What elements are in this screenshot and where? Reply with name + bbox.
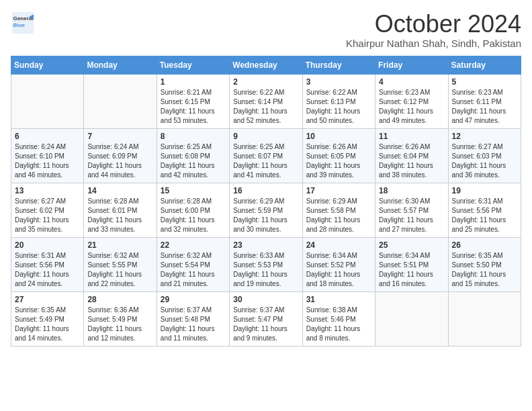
day-number: 30 xyxy=(233,295,298,304)
day-info: Sunrise: 6:25 AM Sunset: 6:07 PM Dayligh… xyxy=(233,142,298,180)
day-number: 4 xyxy=(379,77,444,87)
day-info: Sunrise: 6:36 AM Sunset: 5:49 PM Dayligh… xyxy=(87,306,152,343)
calendar-week-row: 27Sunrise: 6:35 AM Sunset: 5:49 PM Dayli… xyxy=(11,291,521,346)
weekday-header: Friday xyxy=(375,56,448,74)
weekday-row: SundayMondayTuesdayWednesdayThursdayFrid… xyxy=(11,56,521,74)
day-number: 28 xyxy=(87,295,152,304)
calendar-cell: 9Sunrise: 6:25 AM Sunset: 6:07 PM Daylig… xyxy=(230,128,302,183)
day-info: Sunrise: 6:26 AM Sunset: 6:05 PM Dayligh… xyxy=(306,142,371,180)
calendar-cell: 15Sunrise: 6:28 AM Sunset: 6:00 PM Dayli… xyxy=(157,183,229,237)
calendar-cell: 19Sunrise: 6:31 AM Sunset: 5:56 PM Dayli… xyxy=(448,183,521,237)
calendar-cell: 3Sunrise: 6:22 AM Sunset: 6:13 PM Daylig… xyxy=(302,74,375,128)
day-number: 11 xyxy=(379,132,444,141)
calendar-cell: 25Sunrise: 6:34 AM Sunset: 5:51 PM Dayli… xyxy=(375,237,448,291)
day-number: 10 xyxy=(306,132,371,141)
day-info: Sunrise: 6:21 AM Sunset: 6:15 PM Dayligh… xyxy=(161,88,226,126)
day-number: 14 xyxy=(87,186,152,195)
day-number: 23 xyxy=(233,240,298,250)
day-number: 29 xyxy=(161,295,226,304)
weekday-header: Thursday xyxy=(302,56,375,74)
day-number: 5 xyxy=(452,77,517,87)
calendar-cell: 7Sunrise: 6:24 AM Sunset: 6:09 PM Daylig… xyxy=(84,128,157,183)
day-number: 2 xyxy=(233,77,298,87)
day-number: 19 xyxy=(452,186,517,195)
calendar-week-row: 13Sunrise: 6:27 AM Sunset: 6:02 PM Dayli… xyxy=(11,183,521,237)
day-info: Sunrise: 6:27 AM Sunset: 6:02 PM Dayligh… xyxy=(15,197,80,234)
day-number: 6 xyxy=(15,132,80,141)
calendar-cell: 31Sunrise: 6:38 AM Sunset: 5:46 PM Dayli… xyxy=(302,291,375,346)
calendar-cell: 29Sunrise: 6:37 AM Sunset: 5:48 PM Dayli… xyxy=(157,291,229,346)
day-number: 3 xyxy=(306,77,371,87)
day-info: Sunrise: 6:26 AM Sunset: 6:04 PM Dayligh… xyxy=(379,142,444,180)
calendar-cell: 1Sunrise: 6:21 AM Sunset: 6:15 PM Daylig… xyxy=(157,74,229,128)
calendar-cell: 13Sunrise: 6:27 AM Sunset: 6:02 PM Dayli… xyxy=(11,183,84,237)
page-header: General Blue October 2024 Khairpur Natha… xyxy=(11,11,521,49)
day-info: Sunrise: 6:28 AM Sunset: 6:00 PM Dayligh… xyxy=(161,197,226,234)
weekday-header: Tuesday xyxy=(157,56,229,74)
calendar-cell: 14Sunrise: 6:28 AM Sunset: 6:01 PM Dayli… xyxy=(84,183,157,237)
calendar-cell: 10Sunrise: 6:26 AM Sunset: 6:05 PM Dayli… xyxy=(302,128,375,183)
day-info: Sunrise: 6:32 AM Sunset: 5:54 PM Dayligh… xyxy=(161,251,226,289)
calendar-body: 1Sunrise: 6:21 AM Sunset: 6:15 PM Daylig… xyxy=(11,74,521,346)
day-number: 26 xyxy=(452,240,517,250)
calendar-cell: 11Sunrise: 6:26 AM Sunset: 6:04 PM Dayli… xyxy=(375,128,448,183)
calendar-week-row: 20Sunrise: 6:31 AM Sunset: 5:56 PM Dayli… xyxy=(11,237,521,291)
weekday-header: Monday xyxy=(84,56,157,74)
title-block: October 2024 Khairpur Nathan Shah, Sindh… xyxy=(346,11,521,49)
calendar-week-row: 1Sunrise: 6:21 AM Sunset: 6:15 PM Daylig… xyxy=(11,74,521,128)
day-number: 8 xyxy=(161,132,226,141)
calendar-cell xyxy=(84,74,157,128)
calendar-cell: 30Sunrise: 6:37 AM Sunset: 5:47 PM Dayli… xyxy=(230,291,302,346)
calendar-cell: 22Sunrise: 6:32 AM Sunset: 5:54 PM Dayli… xyxy=(157,237,229,291)
day-info: Sunrise: 6:31 AM Sunset: 5:56 PM Dayligh… xyxy=(15,251,80,289)
day-info: Sunrise: 6:35 AM Sunset: 5:50 PM Dayligh… xyxy=(452,251,517,289)
calendar-cell: 21Sunrise: 6:32 AM Sunset: 5:55 PM Dayli… xyxy=(84,237,157,291)
day-info: Sunrise: 6:35 AM Sunset: 5:49 PM Dayligh… xyxy=(15,306,80,343)
day-info: Sunrise: 6:38 AM Sunset: 5:46 PM Dayligh… xyxy=(306,306,371,343)
logo: General Blue xyxy=(11,11,35,35)
day-number: 7 xyxy=(87,132,152,141)
day-number: 31 xyxy=(306,295,371,304)
day-info: Sunrise: 6:30 AM Sunset: 5:57 PM Dayligh… xyxy=(379,197,444,234)
calendar-cell: 26Sunrise: 6:35 AM Sunset: 5:50 PM Dayli… xyxy=(448,237,521,291)
svg-text:Blue: Blue xyxy=(13,22,26,28)
day-number: 17 xyxy=(306,186,371,195)
day-info: Sunrise: 6:33 AM Sunset: 5:53 PM Dayligh… xyxy=(233,251,298,289)
day-number: 24 xyxy=(306,240,371,250)
day-info: Sunrise: 6:28 AM Sunset: 6:01 PM Dayligh… xyxy=(87,197,152,234)
day-info: Sunrise: 6:29 AM Sunset: 5:59 PM Dayligh… xyxy=(233,197,298,234)
day-info: Sunrise: 6:23 AM Sunset: 6:11 PM Dayligh… xyxy=(452,88,517,126)
calendar-week-row: 6Sunrise: 6:24 AM Sunset: 6:10 PM Daylig… xyxy=(11,128,521,183)
day-info: Sunrise: 6:29 AM Sunset: 5:58 PM Dayligh… xyxy=(306,197,371,234)
calendar-cell: 4Sunrise: 6:23 AM Sunset: 6:12 PM Daylig… xyxy=(375,74,448,128)
calendar-cell: 6Sunrise: 6:24 AM Sunset: 6:10 PM Daylig… xyxy=(11,128,84,183)
weekday-header: Wednesday xyxy=(230,56,302,74)
calendar-table: SundayMondayTuesdayWednesdayThursdayFrid… xyxy=(11,56,521,347)
day-number: 27 xyxy=(15,295,80,304)
day-number: 9 xyxy=(233,132,298,141)
day-number: 21 xyxy=(87,240,152,250)
month-title: October 2024 xyxy=(346,11,521,38)
calendar-cell: 8Sunrise: 6:25 AM Sunset: 6:08 PM Daylig… xyxy=(157,128,229,183)
calendar-cell: 5Sunrise: 6:23 AM Sunset: 6:11 PM Daylig… xyxy=(448,74,521,128)
calendar-cell: 16Sunrise: 6:29 AM Sunset: 5:59 PM Dayli… xyxy=(230,183,302,237)
calendar-cell: 28Sunrise: 6:36 AM Sunset: 5:49 PM Dayli… xyxy=(84,291,157,346)
weekday-header: Sunday xyxy=(11,56,84,74)
calendar-cell xyxy=(11,74,84,128)
day-info: Sunrise: 6:34 AM Sunset: 5:51 PM Dayligh… xyxy=(379,251,444,289)
day-number: 15 xyxy=(161,186,226,195)
day-info: Sunrise: 6:22 AM Sunset: 6:14 PM Dayligh… xyxy=(233,88,298,126)
day-info: Sunrise: 6:23 AM Sunset: 6:12 PM Dayligh… xyxy=(379,88,444,126)
day-info: Sunrise: 6:25 AM Sunset: 6:08 PM Dayligh… xyxy=(161,142,226,180)
calendar-cell: 12Sunrise: 6:27 AM Sunset: 6:03 PM Dayli… xyxy=(448,128,521,183)
calendar-cell xyxy=(448,291,521,346)
day-info: Sunrise: 6:32 AM Sunset: 5:55 PM Dayligh… xyxy=(87,251,152,289)
day-number: 16 xyxy=(233,186,298,195)
day-info: Sunrise: 6:37 AM Sunset: 5:47 PM Dayligh… xyxy=(233,306,298,343)
calendar-cell: 20Sunrise: 6:31 AM Sunset: 5:56 PM Dayli… xyxy=(11,237,84,291)
day-info: Sunrise: 6:24 AM Sunset: 6:10 PM Dayligh… xyxy=(15,142,80,180)
calendar-cell xyxy=(375,291,448,346)
day-info: Sunrise: 6:24 AM Sunset: 6:09 PM Dayligh… xyxy=(87,142,152,180)
day-number: 25 xyxy=(379,240,444,250)
day-info: Sunrise: 6:34 AM Sunset: 5:52 PM Dayligh… xyxy=(306,251,371,289)
